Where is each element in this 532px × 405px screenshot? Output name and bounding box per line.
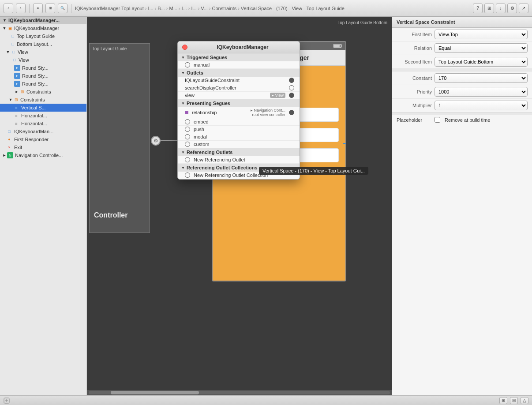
outlet-iq-circle[interactable] (289, 78, 294, 83)
grid-button[interactable]: ⊞ (484, 4, 494, 13)
panel-row-constant: Constant 170 (392, 71, 532, 85)
outlet-search-row[interactable]: searchDisplayController (178, 84, 300, 92)
sidebar-title: IQKeyboardManager... (8, 18, 60, 23)
sidebar-item-label-round1: Round Sty... (22, 65, 49, 71)
nav-forward-button[interactable]: › (16, 4, 26, 13)
segue-root-vc-label: root view controller (252, 112, 285, 117)
symbol-nav-button[interactable]: ⊞ (45, 4, 55, 13)
sidebar-item-view[interactable]: □ View (0, 56, 86, 64)
sidebar-item-round3[interactable]: F Round Sty... (0, 80, 86, 88)
toolbar-right-buttons: ? ⊞ ↓ ⚙ ↗ (473, 4, 528, 13)
sidebar-header: ▼ IQKeyboardManager... (0, 17, 86, 24)
sidebar-item-nav-controller[interactable]: ► N Navigation Controlle... (0, 151, 86, 159)
panel-select-multiplier[interactable]: 1 (435, 101, 528, 110)
segue-relationship-row[interactable]: relationship ▸ Navigation Cont... root v… (178, 107, 300, 118)
sidebar-disclosure-icon[interactable]: ▼ (3, 18, 7, 22)
right-handle (343, 143, 346, 144)
breadcrumb-item-6[interactable]: I... (191, 6, 196, 11)
status-add-button[interactable]: ⊞ (499, 397, 507, 404)
segue-embed-row[interactable]: embed (178, 118, 300, 126)
sidebar-item-label-first-responder: First Responder (14, 137, 49, 142)
outlets-arrow: ▼ (181, 71, 185, 75)
breadcrumb: IQKeyboardManager TopLayout › I... › B..… (75, 6, 470, 11)
download-button[interactable]: ↓ (496, 4, 506, 13)
sidebar-item-horizontal1[interactable]: ≡ Horizontal... (0, 112, 86, 120)
sidebar-item-exit[interactable]: × Exit (0, 143, 86, 151)
sidebar-item-round2[interactable]: F Round Sty... (0, 72, 86, 80)
status-triangle-button[interactable]: △ (521, 397, 528, 404)
canvas-scrollbar[interactable] (87, 390, 392, 395)
sidebar-item-vertical-s[interactable]: ≡ Vertical S... (0, 104, 86, 112)
triggered-segues-section[interactable]: ▼ Triggered Segues (178, 53, 300, 61)
project-nav-button[interactable]: ≡ (33, 4, 43, 13)
breadcrumb-item-1[interactable]: IQKeyboardManager TopLayout (75, 6, 144, 11)
scrollbar-thumb[interactable] (111, 391, 199, 394)
segue-push-row[interactable]: push (178, 126, 300, 133)
sidebar-item-round1[interactable]: F Round Sty... (0, 64, 86, 72)
sidebar-item-iqkm-vc[interactable]: □ IQKeyboardMan... (0, 128, 86, 135)
sidebar-item-horizontal2[interactable]: ≡ Horizontal... (0, 120, 86, 128)
find-nav-button[interactable]: 🔍 (58, 4, 67, 13)
share-button[interactable]: ↗ (519, 4, 528, 13)
top-layout-icon: □ (10, 33, 16, 39)
breadcrumb-item-5[interactable]: I... (182, 6, 187, 11)
outlet-iq-row[interactable]: IQLayoutGuideConstraint (178, 77, 300, 84)
segue-relationship-circle[interactable] (289, 110, 294, 115)
sidebar-item-iqkm-group[interactable]: ▼ ▣ IQKeyboardManager (0, 24, 86, 32)
segue-manual-row[interactable]: manual (178, 61, 300, 69)
outlet-view-row[interactable]: view ▸ View (178, 92, 300, 99)
panel-placeholder-checkbox[interactable] (435, 117, 440, 123)
help-button[interactable]: ? (473, 4, 483, 13)
segue-custom-label: custom (194, 142, 294, 147)
panel-select-second-item[interactable]: Top Layout Guide.Bottom (435, 57, 528, 67)
scrollbar-track (89, 391, 390, 394)
settings-button[interactable]: ⚙ (507, 4, 517, 13)
outlet-search-circle[interactable] (289, 85, 294, 90)
panel-select-priority[interactable]: 1000 (435, 87, 528, 97)
outlet-view-circle[interactable] (289, 93, 294, 98)
status-bar-text (4, 398, 10, 404)
sidebar: ▼ IQKeyboardManager... ▼ ▣ IQKeyboardMan… (0, 17, 87, 395)
breadcrumb-item-3[interactable]: B... (157, 6, 165, 11)
sidebar-item-constraints-group[interactable]: ▼ ⊞ Constraints (0, 96, 86, 104)
sidebar-item-label-view: View (19, 57, 29, 63)
controller-main-label: Controller (94, 211, 127, 219)
canvas: Top Layout Guide Bottom Top Layout Guide… (87, 17, 392, 395)
panel-title: Vertical Space Constraint (392, 17, 532, 28)
sidebar-item-top-layout[interactable]: □ Top Layout Guide (0, 32, 86, 40)
sidebar-item-first-responder[interactable]: ● First Responder (0, 135, 86, 143)
panel-select-constant[interactable]: 170 (435, 73, 528, 83)
main-layout: ▼ IQKeyboardManager... ▼ ▣ IQKeyboardMan… (0, 17, 532, 395)
breadcrumb-item-2[interactable]: I... (148, 6, 153, 11)
segue-nav-controller-label: ▸ Navigation Cont... (251, 108, 285, 112)
sidebar-item-label-vertical: Vertical S... (21, 105, 46, 110)
segue-manual-circle (185, 62, 190, 68)
panel-select-relation[interactable]: Equal (435, 43, 528, 53)
status-minus-button[interactable]: ⊟ (510, 397, 518, 404)
outlet-view-label: view (185, 93, 266, 98)
new-ref-outlet-row[interactable]: New Referencing Outlet (178, 156, 300, 164)
sidebar-item-bottom-layout[interactable]: □ Bottom Layout... (0, 40, 86, 48)
sidebar-item-label-horizontal2: Horizontal... (21, 121, 47, 126)
popup-close-button[interactable] (182, 45, 187, 50)
breadcrumb-item-7[interactable]: V... (201, 6, 208, 11)
sidebar-item-constraints-inner[interactable]: ► ⊞ Constraints (0, 88, 86, 96)
presenting-segues-label: Presenting Segues (187, 101, 230, 106)
constraints-group-arrow-icon: ▼ (8, 98, 13, 102)
outlets-section[interactable]: ▼ Outlets (178, 69, 300, 77)
nav-back-button[interactable]: ‹ (4, 4, 13, 13)
presenting-segues-section[interactable]: ▼ Presenting Segues (178, 99, 300, 107)
presenting-segues-arrow: ▼ (181, 101, 185, 105)
sidebar-item-view-group[interactable]: ▼ □ View (0, 48, 86, 56)
ref-outlets-section[interactable]: ▼ Referencing Outlets (178, 148, 300, 156)
right-panel: Vertical Space Constraint First Item Vie… (392, 17, 532, 395)
breadcrumb-item-9[interactable]: Vertical Space - (170) - View - Top Layo… (241, 6, 345, 11)
segue-custom-row[interactable]: custom (178, 141, 300, 148)
breadcrumb-item-8[interactable]: Constraints (212, 6, 237, 11)
panel-select-first-item[interactable]: View.Top (435, 30, 528, 39)
controller-top-label: Top Layout Guide (92, 46, 147, 51)
segue-manual-label: manual (194, 62, 294, 68)
sidebar-item-label-view-group: View (18, 49, 28, 55)
segue-modal-row[interactable]: modal (178, 133, 300, 141)
breadcrumb-item-4[interactable]: M... (169, 6, 177, 11)
